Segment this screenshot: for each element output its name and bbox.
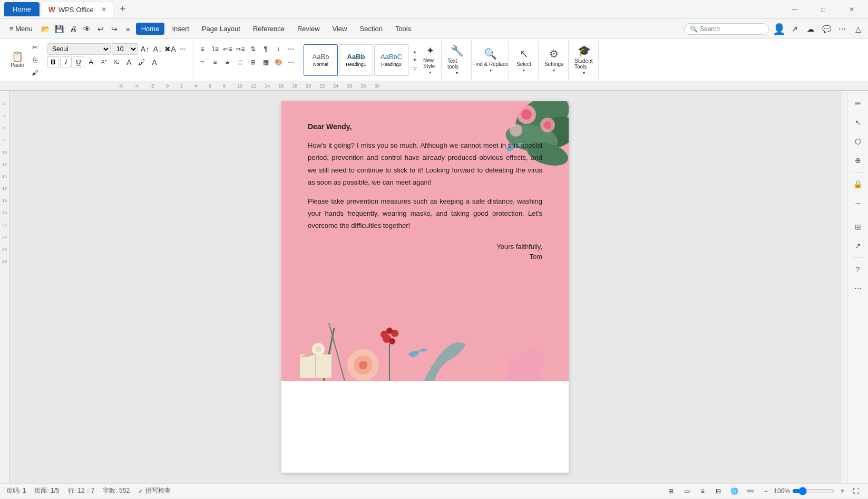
styles-expand[interactable]: ▽ <box>411 65 419 72</box>
redo-icon[interactable]: ↪ <box>109 23 120 35</box>
style-heading2[interactable]: AaBbC Heading2 <box>374 44 408 76</box>
minimize-button[interactable]: — <box>783 2 807 17</box>
user-icon[interactable]: 👤 <box>773 23 785 35</box>
menu-tools[interactable]: Tools <box>390 23 416 35</box>
collapse-icon[interactable]: △ <box>852 23 864 35</box>
hamburger-menu[interactable]: ≡ Menu <box>4 23 38 35</box>
doc-view-icon[interactable]: ≡ <box>697 485 708 497</box>
clear-format-button[interactable]: ✖A <box>164 43 176 55</box>
menu-home[interactable]: Home <box>136 23 165 35</box>
cloud-icon[interactable]: ☁ <box>805 23 816 35</box>
decrease-indent-button[interactable]: ⇐≡ <box>222 43 233 55</box>
sort-button[interactable]: ⇅ <box>247 43 259 55</box>
lock-button[interactable]: 🔒 <box>850 176 866 193</box>
superscript-button[interactable]: X² <box>98 56 110 68</box>
multi-page-icon[interactable]: ⊞ <box>665 485 677 497</box>
settings-button[interactable]: ⚙ Settings ▾ <box>543 41 565 79</box>
add-tab-button[interactable]: + <box>115 2 130 17</box>
para-more-button[interactable]: ⋯ <box>285 43 297 55</box>
more-sidebar-button[interactable]: ⋯ <box>850 280 866 297</box>
read-mode-icon[interactable]: 👓 <box>744 485 756 497</box>
decrease-font-button[interactable]: A↓ <box>152 43 163 55</box>
bold-button[interactable]: B <box>47 56 59 68</box>
outline-icon[interactable]: ⊟ <box>713 485 724 497</box>
subscript-button[interactable]: X₂ <box>111 56 122 68</box>
underline-button[interactable]: U <box>73 56 84 68</box>
student-tools-button[interactable]: 🎓 Student Tools ▾ <box>573 41 595 79</box>
fullscreen-button[interactable]: ⛶ <box>850 485 862 497</box>
share-icon[interactable]: ↗ <box>789 23 801 35</box>
text-tools-button[interactable]: 🔧 Text tools ▾ <box>446 41 468 79</box>
menu-reference[interactable]: Reference <box>248 23 290 35</box>
italic-button[interactable]: I <box>60 56 72 68</box>
font-color-button[interactable]: A <box>123 56 135 68</box>
para-more2-button[interactable]: ⋯ <box>285 56 297 68</box>
line-spacing-button[interactable]: ↕ <box>272 43 284 55</box>
styles-scroll-up[interactable]: ▲ <box>411 48 419 55</box>
export-button[interactable]: ↗ <box>850 237 866 254</box>
format-painter-button[interactable]: 🖌 <box>29 67 41 79</box>
pointer-tool-button[interactable]: ↖ <box>850 114 866 131</box>
copy-button[interactable]: ⎘ <box>29 54 41 66</box>
zoom-out-button[interactable]: − <box>760 485 772 497</box>
tab-home[interactable]: Home <box>4 2 40 16</box>
tab-wps[interactable]: W WPS Office ✕ <box>42 2 113 17</box>
shapes-button[interactable]: ⬡ <box>850 133 866 150</box>
format-button[interactable]: → <box>850 195 866 212</box>
preview-icon[interactable]: 👁 <box>81 23 93 35</box>
menu-review[interactable]: Review <box>292 23 325 35</box>
tab-close-icon[interactable]: ✕ <box>101 6 106 13</box>
chat-icon[interactable]: 💬 <box>821 23 832 35</box>
menu-page-layout[interactable]: Page Layout <box>197 23 246 35</box>
help-button[interactable]: ? <box>850 261 866 278</box>
search-box[interactable]: 🔍 <box>684 23 769 35</box>
strikethrough-button[interactable]: A <box>85 56 97 68</box>
select-button[interactable]: ↖ Select ▾ <box>513 41 535 79</box>
layers-button[interactable]: ⊕ <box>850 152 866 169</box>
menu-section[interactable]: Section <box>355 23 388 35</box>
print-icon[interactable]: 🖨 <box>67 23 79 35</box>
close-button[interactable]: ✕ <box>840 2 864 17</box>
char-shade-button[interactable]: A <box>149 56 160 68</box>
single-page-icon[interactable]: ▭ <box>681 485 693 497</box>
styles-scroll-down[interactable]: ▼ <box>411 56 419 64</box>
search-input[interactable] <box>700 25 763 33</box>
new-style-button[interactable]: ✦ New Style ▾ <box>419 41 441 79</box>
web-view-icon[interactable]: 🌐 <box>728 485 740 497</box>
style-normal[interactable]: AaBb Normal <box>304 44 338 76</box>
align-right-button[interactable]: ⫨ <box>222 56 233 68</box>
menu-insert[interactable]: Insert <box>167 23 194 35</box>
font-size-select[interactable]: 10 <box>112 43 138 55</box>
scroll-track[interactable] <box>841 91 847 483</box>
document-area[interactable]: Dear Wendy, How's it going? I miss you s… <box>9 91 841 483</box>
pen-tool-button[interactable]: ✏ <box>850 95 866 112</box>
increase-font-button[interactable]: A↑ <box>139 43 151 55</box>
open-icon[interactable]: 📂 <box>40 23 52 35</box>
justify-button[interactable]: ≣ <box>235 56 246 68</box>
menu-view[interactable]: View <box>327 23 353 35</box>
zoom-in-button[interactable]: + <box>836 485 848 497</box>
cut-button[interactable]: ✂ <box>29 42 41 53</box>
more-icon[interactable]: ⋯ <box>836 23 848 35</box>
save-icon[interactable]: 💾 <box>54 23 65 35</box>
zoom-slider[interactable] <box>792 487 834 495</box>
bullets-button[interactable]: ≡ <box>197 43 208 55</box>
spell-check[interactable]: ✓ 拼写检查 <box>138 486 171 495</box>
align-left-button[interactable]: ⫧ <box>197 56 208 68</box>
table-button[interactable]: ⊞ <box>850 218 866 235</box>
find-replace-button[interactable]: 🔍 Find & Replace ▾ <box>476 41 505 79</box>
highlight-button[interactable]: 🖊 <box>136 56 148 68</box>
shading-button[interactable]: 🎨 <box>272 56 284 68</box>
border-button[interactable]: ▦ <box>260 56 271 68</box>
align-center-button[interactable]: ≡ <box>209 56 221 68</box>
style-heading1[interactable]: AaBb Heading1 <box>339 44 373 76</box>
undo-icon[interactable]: ↩ <box>95 23 106 35</box>
maximize-button[interactable]: □ <box>811 2 835 17</box>
numbering-button[interactable]: 1≡ <box>209 43 221 55</box>
more-font-button[interactable]: ⋯ <box>177 43 189 55</box>
more-quick-icon[interactable]: » <box>122 23 134 35</box>
paste-button[interactable]: 📋 Paste <box>6 47 28 73</box>
show-marks-button[interactable]: ¶ <box>260 43 271 55</box>
increase-indent-button[interactable]: ⇒≡ <box>235 43 246 55</box>
font-name-select[interactable]: Seoui <box>47 43 111 55</box>
